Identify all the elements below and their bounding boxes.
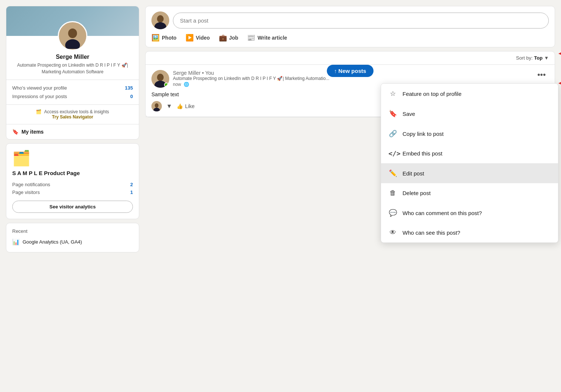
sort-value: Top [534,55,542,61]
svg-point-1 [68,29,77,38]
my-items-label: My items [21,129,44,135]
product-card-inner: 🗂️ S A M P L E Product Page Page notific… [6,144,139,219]
bookmark-icon: 🔖 [388,110,397,118]
start-post-input[interactable] [173,13,549,29]
post-user-name-text: Serge Miller [173,70,201,76]
edit-icon: ✏️ [388,169,397,177]
dropdown-label-feature: Feature on top of profile [403,91,461,97]
stat-label-views: Who's viewed your profile [12,85,67,91]
product-stat-notifications[interactable]: Page notifications 2 [12,181,133,188]
reaction-avatar [151,101,162,111]
list-item[interactable]: 📊 Google Analytics (UA, GA4) [12,237,133,247]
profile-avatar-wrap [6,21,139,51]
post-more-button[interactable]: ••• [534,70,549,80]
dropdown-item-copy-link[interactable]: 🔗 Copy link to post [381,124,558,144]
trash-icon: 🗑 [388,189,397,197]
sort-bar: Sort by: Top ▼ [146,51,555,65]
stat-label-visitors: Page visitors [12,190,40,195]
like-button[interactable]: 👍 Like [177,103,195,109]
stat-row-impressions[interactable]: Impressions of your posts 0 [12,92,133,101]
main-content: 🖼️ Photo ▶️ Video 💼 Job 📰 Write article … [145,6,555,386]
chevron-down-icon[interactable]: ▼ [544,55,549,61]
stat-row-views[interactable]: Who's viewed your profile 135 [12,84,133,92]
profile-stats: Who's viewed your profile 135 Impression… [6,80,139,104]
thumbs-up-icon: 👍 [177,103,183,109]
profile-cta: 🗂️ Access exclusive tools & insights Try… [6,104,139,124]
dropdown-label-who-comment: Who can comment on this post? [403,210,482,216]
stat-label-notifications: Page notifications [12,182,50,187]
job-icon: 💼 [219,34,227,42]
comment-icon: 💬 [388,209,397,217]
star-icon: ☆ [388,90,397,98]
dropdown-item-embed[interactable]: </> Embed this post [381,144,558,163]
product-stats: Page notifications 2 Page visitors 1 [12,181,133,196]
post-box: 🖼️ Photo ▶️ Video 💼 Job 📰 Write article [145,6,555,47]
dropdown-label-edit: Edit post [403,170,424,177]
post-time: now [173,82,181,87]
bookmark-icon: 🔖 [12,129,19,135]
red-arrow-bottom [555,43,561,65]
write-article-button[interactable]: 📰 Write article [247,34,287,42]
stat-value-impressions: 0 [130,94,133,99]
article-label: Write article [257,35,287,41]
dropdown-item-feature[interactable]: ☆ Feature on top of profile [381,84,558,104]
svg-point-7 [157,74,164,81]
chevron-down-icon-reactions[interactable]: ▼ [166,103,172,110]
cta-text: 🗂️ Access exclusive tools & insights [12,109,133,114]
profile-card: Serge Miller Automate Prospecting on Lin… [6,6,139,140]
stat-value-notifications: 2 [130,182,133,187]
article-icon: 📰 [247,34,255,42]
profile-tagline: Automate Prospecting on LinkedIn with D … [6,60,139,80]
dropdown-item-delete[interactable]: 🗑 Delete post [381,183,558,203]
dropdown-label-who-see: Who can see this post? [403,229,460,236]
product-title: S A M P L E Product Page [12,170,133,176]
dropdown-label-copy-link: Copy link to post [403,131,444,137]
avatar [58,21,87,51]
dropdown-item-edit[interactable]: ✏️ Edit post [381,163,558,183]
stat-value-views: 135 [125,85,133,91]
post-actions: 🖼️ Photo ▶️ Video 💼 Job 📰 Write article [151,34,549,42]
like-label: Like [185,103,195,109]
sidebar: Serge Miller Automate Prospecting on Lin… [6,6,139,386]
dropdown-label-delete: Delete post [403,190,431,196]
job-button[interactable]: 💼 Job [219,34,238,42]
dropdown-label-embed: Embed this post [403,150,443,157]
stat-label-impressions: Impressions of your posts [12,94,67,99]
link-icon: 🔗 [388,130,397,138]
cta-emoji: 🗂️ [36,109,41,114]
stat-value-visitors: 1 [130,190,133,195]
post-avatar [151,11,169,29]
my-items-btn[interactable]: 🔖 My items [6,124,139,139]
video-button[interactable]: ▶️ Video [186,34,210,42]
globe-icon: 🌐 [184,82,189,87]
product-stat-visitors[interactable]: Page visitors 1 [12,188,133,196]
video-label: Video [196,35,210,41]
dropdown-item-save[interactable]: 🔖 Save [381,104,558,124]
post-dropdown-menu: ☆ Feature on top of profile 🔖 Save 🔗 Cop… [381,83,558,243]
new-posts-button[interactable]: ↑ New posts [327,65,374,77]
visitor-analytics-button[interactable]: See visitor analytics [12,201,133,213]
post-input-row [151,11,549,29]
recent-item-label: Google Analytics (UA, GA4) [23,239,82,245]
cta-label: Access exclusive tools & insights [44,109,109,114]
photo-icon: 🖼️ [151,34,160,42]
product-icon: 🗂️ [12,150,133,167]
svg-point-4 [157,15,164,23]
recent-title: Recent [12,228,133,234]
code-icon: </> [388,150,397,157]
sort-label: Sort by: [516,55,532,61]
post-user-avatar [151,70,169,88]
analytics-icon: 📊 [12,238,20,245]
photo-button[interactable]: 🖼️ Photo [151,34,177,42]
dropdown-label-save: Save [403,111,415,117]
profile-name: Serge Miller [6,54,139,60]
svg-point-10 [155,103,158,108]
svg-marker-13 [558,50,561,57]
sales-navigator-link[interactable]: Try Sales Navigator [52,114,93,120]
product-card: 🗂️ S A M P L E Product Page Page notific… [6,143,139,219]
dropdown-item-who-comment[interactable]: 💬 Who can comment on this post? [381,203,558,223]
dropdown-item-who-see[interactable]: 👁 Who can see this post? [381,223,558,242]
svg-marker-12 [558,80,561,86]
online-indicator [164,83,168,87]
eye-icon: 👁 [388,229,397,237]
